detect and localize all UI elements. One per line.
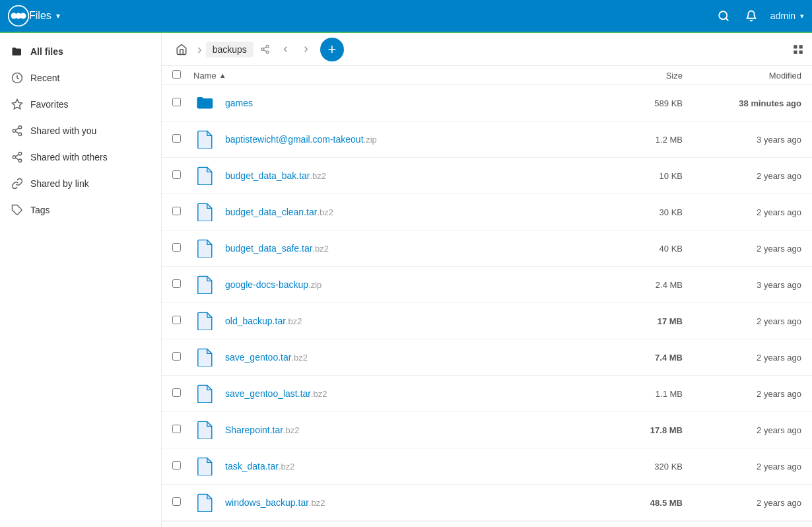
table-row[interactable]: save_gentoo_last.tar.bz2 1.1 MB 2 years … [162, 376, 812, 412]
share-action-button[interactable] [592, 350, 609, 365]
share-action-button[interactable] [592, 132, 609, 147]
more-action-button[interactable] [612, 277, 630, 293]
breadcrumb-home[interactable] [170, 38, 193, 61]
more-action-button[interactable] [612, 495, 630, 510]
row-select-checkbox[interactable] [172, 352, 181, 361]
row-checkbox[interactable] [172, 134, 193, 145]
share-action-button[interactable] [592, 386, 609, 402]
share-action-button[interactable] [592, 96, 609, 111]
share-action-button[interactable] [592, 241, 609, 256]
file-name-area: budget_data_safe.tar.bz2 [217, 243, 592, 254]
row-select-checkbox[interactable] [172, 461, 181, 470]
row-checkbox[interactable] [172, 388, 193, 399]
file-name-area: google-docs-backup.zip [217, 279, 592, 290]
select-all-checkbox[interactable] [172, 70, 181, 79]
user-chevron: ▾ [800, 12, 804, 20]
svg-point-118 [601, 505, 604, 507]
view-toggle-button[interactable] [792, 44, 804, 55]
row-checkbox[interactable] [172, 316, 193, 326]
more-action-button[interactable] [612, 132, 630, 147]
row-checkbox[interactable] [172, 207, 193, 217]
user-menu[interactable]: admin ▾ [770, 11, 804, 21]
svg-point-66 [620, 248, 622, 250]
share-action-button[interactable] [592, 314, 609, 329]
file-list-container: Name ▲ Size Modified games [162, 66, 812, 527]
row-select-checkbox[interactable] [172, 425, 181, 433]
breadcrumb-forward-button[interactable] [297, 42, 315, 57]
row-checkbox[interactable] [172, 497, 193, 508]
search-button[interactable] [715, 7, 732, 24]
table-row[interactable]: task_data.tar.bz2 320 KB 2 years ago [162, 448, 812, 485]
row-checkbox[interactable] [172, 98, 193, 108]
breadcrumb-back-button[interactable] [277, 42, 294, 57]
sidebar-item-shared-with-others[interactable]: Shared with others [0, 144, 161, 170]
row-select-checkbox[interactable] [172, 207, 181, 215]
chevron-right-icon [301, 44, 311, 54]
svg-point-3 [20, 13, 26, 19]
share-action-button[interactable] [592, 205, 609, 220]
svg-point-105 [617, 429, 619, 431]
share-action-button[interactable] [592, 459, 609, 474]
row-checkbox[interactable] [172, 461, 193, 472]
file-name: task_data.tar [225, 461, 279, 472]
more-action-button[interactable] [612, 168, 630, 184]
breadcrumb-folder[interactable]: backups [206, 42, 254, 57]
more-action-button[interactable] [612, 459, 630, 474]
row-select-checkbox[interactable] [172, 243, 181, 252]
add-button[interactable]: + [320, 38, 344, 61]
row-checkbox[interactable] [172, 279, 193, 290]
share-action-button[interactable] [592, 495, 609, 510]
sidebar-item-favorites[interactable]: Favorites [0, 91, 161, 118]
more-action-button[interactable] [612, 314, 630, 329]
more-action-button[interactable] [612, 241, 630, 256]
svg-point-13 [18, 153, 22, 156]
table-row[interactable]: baptistewicht@gmail.com-takeout.zip 1.2 … [162, 122, 812, 158]
row-select-checkbox[interactable] [172, 497, 181, 506]
sidebar-item-label: Shared with you [30, 125, 96, 136]
row-select-checkbox[interactable] [172, 279, 181, 288]
more-action-button[interactable] [612, 350, 630, 365]
table-row[interactable]: budget_data_bak.tar.bz2 10 KB 2 years ag… [162, 158, 812, 194]
file-icon [196, 130, 215, 149]
file-size: 1.1 MB [630, 389, 696, 399]
sidebar-item-recent[interactable]: Recent [0, 65, 161, 91]
header-name[interactable]: Name ▲ [193, 71, 630, 81]
table-row[interactable]: games 589 KB 38 minutes ago [162, 85, 812, 122]
share-action-button[interactable] [592, 423, 609, 438]
more-action-button[interactable] [612, 96, 630, 111]
row-select-checkbox[interactable] [172, 98, 181, 106]
table-row[interactable]: old_backup.tar.bz2 17 MB 2 years ago [162, 303, 812, 339]
row-checkbox[interactable] [172, 243, 193, 254]
breadcrumb-share-button[interactable] [256, 42, 274, 57]
table-row[interactable]: budget_data_safe.tar.bz2 40 KB 2 years a… [162, 230, 812, 267]
sidebar-item-shared-with-you[interactable]: Shared with you [0, 118, 161, 144]
table-row[interactable]: budget_data_clean.tar.bz2 30 KB 2 years … [162, 194, 812, 230]
header-checkbox[interactable] [172, 70, 193, 81]
row-checkbox[interactable] [172, 425, 193, 435]
table-row[interactable]: windows_backup.tar.bz2 48.5 MB 2 years a… [162, 485, 812, 521]
notifications-button[interactable] [743, 7, 760, 24]
more-action-button[interactable] [612, 205, 630, 220]
row-select-checkbox[interactable] [172, 316, 181, 324]
sidebar-item-tags[interactable]: Tags [0, 197, 161, 223]
share-action-button[interactable] [592, 168, 609, 184]
row-select-checkbox[interactable] [172, 134, 181, 143]
more-action-button[interactable] [612, 423, 630, 438]
row-select-checkbox[interactable] [172, 388, 181, 397]
files-menu[interactable]: Files ▾ [29, 10, 60, 22]
row-select-checkbox[interactable] [172, 170, 181, 179]
table-row[interactable]: Sharepoint.tar.bz2 17.8 MB 2 years ago [162, 412, 812, 448]
svg-point-53 [597, 211, 599, 213]
svg-point-67 [623, 248, 625, 250]
row-checkbox[interactable] [172, 352, 193, 363]
row-checkbox[interactable] [172, 170, 193, 181]
svg-point-59 [623, 211, 625, 213]
table-row[interactable]: save_gentoo.tar.bz2 7.4 MB 2 years ago [162, 339, 812, 376]
more-action-button[interactable] [612, 386, 630, 402]
share-action-button[interactable] [592, 277, 609, 293]
sidebar-item-shared-by-link[interactable]: Shared by link [0, 170, 161, 197]
sidebar-item-label: Shared by link [30, 178, 89, 189]
more-icon [616, 389, 626, 399]
sidebar-item-all-files[interactable]: All files [0, 38, 161, 65]
table-row[interactable]: google-docs-backup.zip 2.4 MB 3 years ag… [162, 267, 812, 303]
